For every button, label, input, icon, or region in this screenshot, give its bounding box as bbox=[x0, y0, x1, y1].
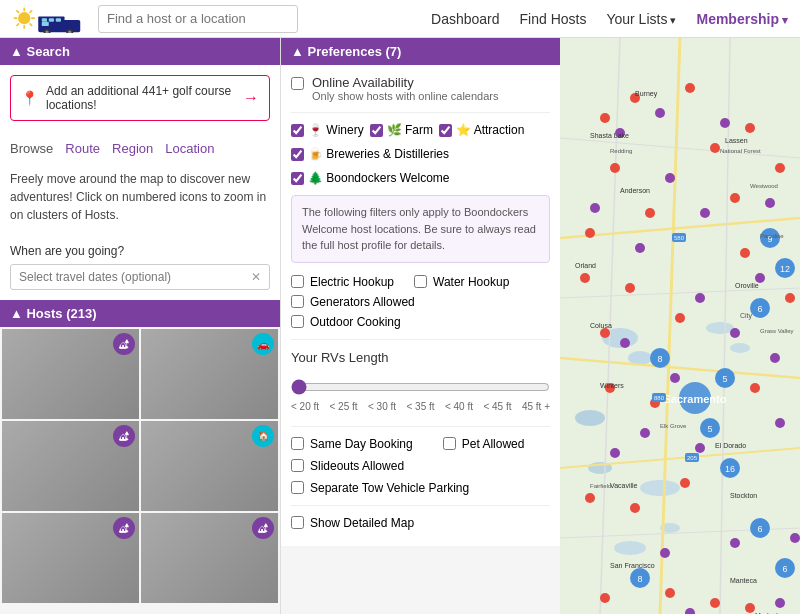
preferences-title: ▲ Preferences (7) bbox=[291, 44, 401, 59]
brewery-icon: 🍺 bbox=[308, 147, 323, 161]
pet-item: Pet Allowed bbox=[443, 437, 525, 451]
host-badge-3: 🏕 bbox=[113, 425, 135, 447]
svg-line-6 bbox=[30, 23, 33, 26]
svg-point-79 bbox=[585, 493, 595, 503]
rv-length-slider[interactable] bbox=[291, 379, 550, 395]
svg-point-66 bbox=[775, 163, 785, 173]
svg-text:880: 880 bbox=[654, 395, 665, 401]
brewery-checkbox[interactable] bbox=[291, 148, 304, 161]
svg-point-92 bbox=[700, 208, 710, 218]
svg-point-78 bbox=[750, 383, 760, 393]
header-nav: Dashboard Find Hosts Your Lists Membersh… bbox=[431, 11, 788, 27]
search-input-wrapper[interactable] bbox=[98, 5, 298, 33]
pet-label: Pet Allowed bbox=[462, 437, 525, 451]
svg-point-74 bbox=[600, 328, 610, 338]
farm-checkbox[interactable] bbox=[370, 124, 383, 137]
pin-icon: 📍 bbox=[21, 90, 38, 106]
attraction-checkbox[interactable] bbox=[439, 124, 452, 137]
svg-point-90 bbox=[665, 173, 675, 183]
svg-point-23 bbox=[640, 480, 680, 496]
map-placeholder[interactable]: Sacramento 9 12 6 5 8 6 bbox=[560, 38, 800, 614]
generators-label: Generators Allowed bbox=[310, 295, 415, 309]
search-section-title: ▲ Search bbox=[10, 44, 70, 59]
farm-label: 🌿 Farm bbox=[387, 123, 433, 137]
promo-box[interactable]: 📍 Add an additional 441+ golf course loc… bbox=[10, 75, 270, 121]
svg-text:Colusa: Colusa bbox=[590, 322, 612, 329]
svg-text:6: 6 bbox=[782, 564, 787, 574]
online-availability-checkbox[interactable] bbox=[291, 77, 304, 90]
host-card-4[interactable]: 🏠 bbox=[141, 421, 278, 511]
header: Dashboard Find Hosts Your Lists Membersh… bbox=[0, 0, 800, 38]
winery-checkbox[interactable] bbox=[291, 124, 304, 137]
generators-checkbox[interactable] bbox=[291, 295, 304, 308]
electric-hookup-checkbox[interactable] bbox=[291, 275, 304, 288]
svg-point-108 bbox=[775, 598, 785, 608]
tab-location[interactable]: Location bbox=[161, 139, 218, 158]
svg-text:San Francisco: San Francisco bbox=[610, 562, 655, 569]
detailed-map-label: Show Detailed Map bbox=[310, 516, 414, 530]
nav-find-hosts[interactable]: Find Hosts bbox=[520, 11, 587, 27]
svg-point-72 bbox=[740, 248, 750, 258]
svg-text:Paradise: Paradise bbox=[760, 233, 784, 239]
host-card-3[interactable]: 🏕 bbox=[2, 421, 139, 511]
svg-text:5: 5 bbox=[707, 424, 712, 434]
tab-region[interactable]: Region bbox=[108, 139, 157, 158]
promo-text: Add an additional 441+ golf course locat… bbox=[46, 84, 235, 112]
svg-point-63 bbox=[745, 123, 755, 133]
svg-point-97 bbox=[730, 328, 740, 338]
pet-checkbox[interactable] bbox=[443, 437, 456, 450]
search-section-header[interactable]: ▲ Search bbox=[0, 38, 280, 65]
nav-your-lists[interactable]: Your Lists bbox=[606, 11, 676, 27]
bottom-row-2: Slideouts Allowed bbox=[291, 459, 550, 473]
separate-tow-checkbox[interactable] bbox=[291, 481, 304, 494]
host-card-2[interactable]: 🚗 bbox=[141, 329, 278, 419]
slideouts-checkbox[interactable] bbox=[291, 459, 304, 472]
host-card-6[interactable]: 🏕 bbox=[141, 513, 278, 603]
svg-rect-16 bbox=[49, 18, 54, 22]
outdoor-item: Outdoor Cooking bbox=[291, 315, 401, 329]
rv-label-4: < 40 ft bbox=[445, 401, 473, 412]
host-card-5[interactable]: 🏕 bbox=[2, 513, 139, 603]
browse-tabs: Browse Route Region Location bbox=[0, 131, 280, 166]
hookup-row-1: Electric Hookup Water Hookup bbox=[291, 275, 550, 289]
left-panel: ▲ Search 📍 Add an additional 441+ golf c… bbox=[0, 38, 280, 614]
svg-point-69 bbox=[730, 193, 740, 203]
electric-hookup-item: Electric Hookup bbox=[291, 275, 394, 289]
svg-text:6: 6 bbox=[757, 304, 762, 314]
main-container: ▲ Search 📍 Add an additional 441+ golf c… bbox=[0, 38, 800, 614]
boondockers-checkbox[interactable] bbox=[291, 172, 304, 185]
hookup-group: Electric Hookup Water Hookup Generators … bbox=[291, 275, 550, 329]
svg-point-104 bbox=[660, 548, 670, 558]
tab-route[interactable]: Route bbox=[61, 139, 104, 158]
water-hookup-checkbox[interactable] bbox=[414, 275, 427, 288]
host-badge-6: 🏕 bbox=[252, 517, 274, 539]
svg-text:National Forest: National Forest bbox=[720, 148, 761, 154]
detailed-map-checkbox[interactable] bbox=[291, 516, 304, 529]
electric-hookup-label: Electric Hookup bbox=[310, 275, 394, 289]
outdoor-checkbox[interactable] bbox=[291, 315, 304, 328]
hosts-section-header[interactable]: ▲ Hosts (213) bbox=[0, 300, 280, 327]
search-input[interactable] bbox=[107, 11, 289, 26]
attraction-icon: ⭐ bbox=[456, 123, 471, 137]
preferences-section-header[interactable]: ▲ Preferences (7) bbox=[281, 38, 560, 65]
map-svg: Sacramento 9 12 6 5 8 6 bbox=[560, 38, 800, 614]
logo bbox=[12, 5, 82, 33]
sameday-checkbox[interactable] bbox=[291, 437, 304, 450]
svg-text:Winters: Winters bbox=[600, 382, 624, 389]
map-panel[interactable]: Sacramento 9 12 6 5 8 6 bbox=[560, 38, 800, 614]
svg-point-22 bbox=[575, 410, 605, 426]
svg-point-87 bbox=[655, 108, 665, 118]
svg-point-105 bbox=[730, 538, 740, 548]
date-input[interactable]: Select travel dates (optional) ✕ bbox=[10, 264, 270, 290]
host-card-1[interactable]: 🏕 bbox=[2, 329, 139, 419]
water-hookup-item: Water Hookup bbox=[414, 275, 509, 289]
clear-date-icon[interactable]: ✕ bbox=[251, 270, 261, 284]
nav-dashboard[interactable]: Dashboard bbox=[431, 11, 500, 27]
separate-tow-label: Separate Tow Vehicle Parking bbox=[310, 481, 469, 495]
filter-group-1: 🍷 Winery 🌿 Farm ⭐ Attraction bbox=[291, 123, 550, 137]
nav-membership[interactable]: Membership bbox=[696, 11, 788, 27]
svg-text:Oroville: Oroville bbox=[735, 282, 759, 289]
svg-text:Vacaville: Vacaville bbox=[610, 482, 638, 489]
preferences-panel: ▲ Preferences (7) Online Availability On… bbox=[280, 38, 560, 614]
svg-point-99 bbox=[770, 353, 780, 363]
